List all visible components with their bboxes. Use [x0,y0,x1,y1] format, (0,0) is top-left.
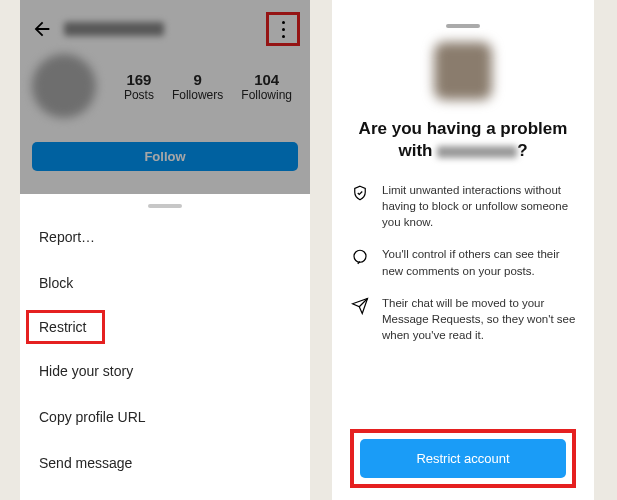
restrict-question: Are you having a problem with ? [358,118,568,162]
menu-share-profile[interactable]: Share this profile [20,486,310,500]
menu-hide-story[interactable]: Hide your story [20,348,310,394]
action-sheet: Report… Block Restrict Hide your story C… [20,194,310,500]
username-redacted [437,146,517,158]
avatar [434,42,492,100]
profile-header: 169 Posts 9 Followers 104 Following Foll… [20,0,310,194]
menu-copy-url[interactable]: Copy profile URL [20,394,310,440]
menu-report[interactable]: Report… [20,214,310,260]
restrict-button-highlight: Restrict account [350,429,576,488]
svg-point-0 [354,251,366,263]
profile-screen: 169 Posts 9 Followers 104 Following Foll… [20,0,310,500]
send-icon [350,296,370,316]
benefit-text: Limit unwanted interactions without havi… [382,182,576,230]
shield-icon [350,183,370,203]
benefit-row: You'll control if others can see their n… [350,246,576,278]
menu-send-message[interactable]: Send message [20,440,310,486]
menu-block[interactable]: Block [20,260,310,306]
comment-icon [350,247,370,267]
restrict-account-button[interactable]: Restrict account [360,439,566,478]
benefit-row: Their chat will be moved to your Message… [350,295,576,343]
sheet-handle[interactable] [446,24,480,28]
benefit-text: Their chat will be moved to your Message… [382,295,576,343]
sheet-handle[interactable] [148,204,182,208]
question-suffix: ? [517,141,527,160]
benefit-row: Limit unwanted interactions without havi… [350,182,576,230]
restrict-info-screen: Are you having a problem with ? Limit un… [332,0,594,500]
menu-restrict[interactable]: Restrict [26,310,105,344]
benefit-text: You'll control if others can see their n… [382,246,576,278]
dim-overlay [20,0,310,194]
